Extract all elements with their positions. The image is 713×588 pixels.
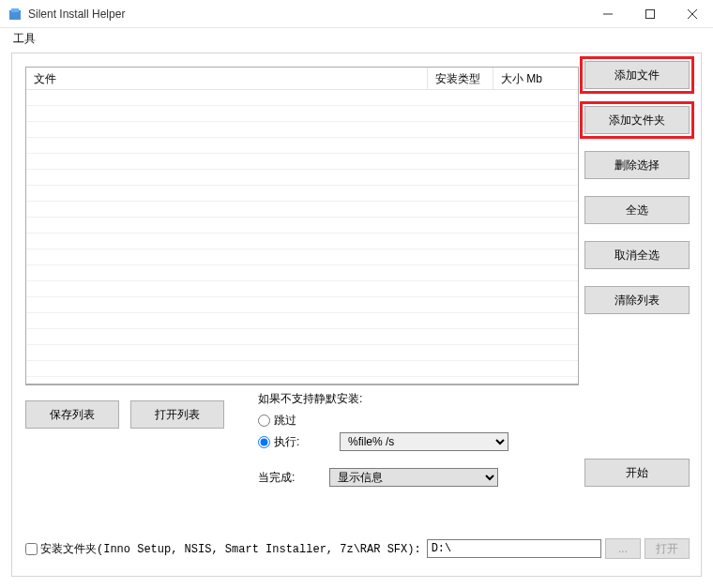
table-body[interactable]	[26, 90, 578, 384]
minimize-button[interactable]	[586, 0, 629, 27]
delete-selected-button[interactable]: 删除选择	[584, 151, 690, 179]
close-button[interactable]	[671, 0, 713, 27]
maximize-button[interactable]	[629, 0, 671, 27]
content-panel: 文件 安装类型 大小 Mb	[11, 53, 702, 577]
table-row	[26, 329, 578, 345]
table-row	[26, 90, 578, 106]
col-file[interactable]: 文件	[26, 68, 428, 89]
complete-row: 当完成: 显示信息	[258, 468, 577, 487]
execute-radio-row: 执行: %file% /s	[258, 432, 577, 451]
options-area: 如果不支持静默安装: 跳过 执行: %file% /s 当完成: 显示信息	[258, 391, 577, 487]
install-folder-checkbox[interactable]	[25, 543, 38, 555]
table-row	[26, 249, 578, 265]
unsupported-label: 如果不支持静默安装:	[258, 391, 577, 407]
table-header: 文件 安装类型 大小 Mb	[26, 68, 578, 90]
open-folder-button[interactable]: 打开	[645, 538, 690, 559]
table-row	[26, 345, 578, 361]
window-controls	[586, 0, 713, 27]
menubar: 工具	[0, 28, 713, 49]
install-folder-row: 安装文件夹(Inno Setup, NSIS, Smart Installer,…	[25, 538, 690, 559]
start-button[interactable]: 开始	[584, 459, 690, 487]
complete-label: 当完成:	[258, 470, 329, 486]
table-row	[26, 281, 578, 297]
col-type[interactable]: 安装类型	[428, 68, 493, 89]
table-row	[26, 265, 578, 281]
execute-label: 执行:	[274, 434, 340, 450]
table-row	[26, 186, 578, 202]
svg-rect-3	[645, 9, 654, 18]
skip-radio[interactable]	[258, 415, 270, 427]
open-list-button[interactable]: 打开列表	[130, 400, 224, 429]
complete-action-select[interactable]: 显示信息	[329, 468, 498, 487]
table-row	[26, 122, 578, 138]
clear-list-button[interactable]: 清除列表	[584, 286, 690, 314]
table-row	[26, 361, 578, 377]
action-buttons: 添加文件 添加文件夹 删除选择 全选 取消全选 清除列表	[584, 61, 690, 314]
skip-radio-row: 跳过	[258, 413, 577, 429]
table-row	[26, 170, 578, 186]
install-folder-checkbox-label[interactable]: 安装文件夹(Inno Setup, NSIS, Smart Installer,…	[25, 541, 421, 557]
col-size[interactable]: 大小 Mb	[493, 68, 578, 89]
table-row	[26, 297, 578, 313]
file-list-area: 文件 安装类型 大小 Mb	[25, 67, 579, 385]
window-title: Silent Install Helper	[28, 8, 586, 21]
menu-tools[interactable]: 工具	[6, 29, 43, 49]
execute-radio[interactable]	[258, 436, 270, 448]
skip-label: 跳过	[274, 413, 340, 429]
save-list-button[interactable]: 保存列表	[25, 400, 119, 429]
titlebar: Silent Install Helper	[0, 0, 713, 28]
install-folder-input[interactable]	[427, 539, 601, 558]
table-row	[26, 234, 578, 249]
table-row	[26, 106, 578, 122]
add-file-button[interactable]: 添加文件	[584, 61, 690, 89]
table-row	[26, 202, 578, 218]
execute-command-select[interactable]: %file% /s	[340, 432, 508, 451]
file-table: 文件 安装类型 大小 Mb	[25, 67, 579, 385]
table-row	[26, 154, 578, 170]
svg-rect-1	[11, 8, 19, 12]
table-row	[26, 138, 578, 154]
browse-button[interactable]: ...	[605, 538, 641, 559]
table-row	[26, 313, 578, 329]
list-io-buttons: 保存列表 打开列表	[25, 400, 224, 429]
deselect-all-button[interactable]: 取消全选	[584, 241, 690, 269]
select-all-button[interactable]: 全选	[584, 196, 690, 224]
app-icon	[8, 7, 23, 22]
add-folder-button[interactable]: 添加文件夹	[584, 106, 690, 134]
table-row	[26, 218, 578, 234]
install-folder-text: 安装文件夹(Inno Setup, NSIS, Smart Installer,…	[40, 541, 421, 557]
